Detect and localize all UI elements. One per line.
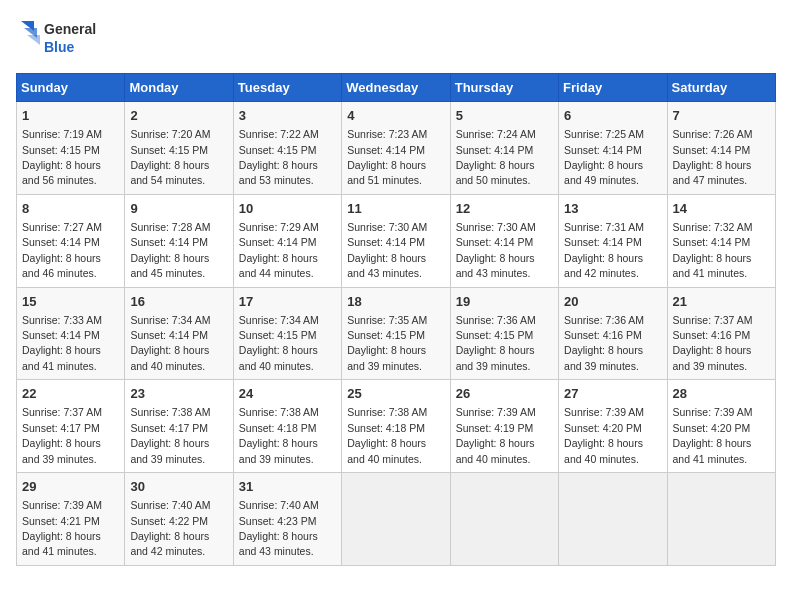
day-number: 8: [22, 200, 119, 218]
day-header-tuesday: Tuesday: [233, 74, 341, 102]
calendar-cell: 16Sunrise: 7:34 AMSunset: 4:14 PMDayligh…: [125, 287, 233, 380]
day-number: 31: [239, 478, 336, 496]
calendar-cell: 5Sunrise: 7:24 AMSunset: 4:14 PMDaylight…: [450, 102, 558, 195]
day-number: 16: [130, 293, 227, 311]
calendar-cell: 15Sunrise: 7:33 AMSunset: 4:14 PMDayligh…: [17, 287, 125, 380]
calendar-cell: 25Sunrise: 7:38 AMSunset: 4:18 PMDayligh…: [342, 380, 450, 473]
calendar-cell: 10Sunrise: 7:29 AMSunset: 4:14 PMDayligh…: [233, 194, 341, 287]
day-info: Sunrise: 7:37 AMSunset: 4:17 PMDaylight:…: [22, 406, 102, 464]
day-info: Sunrise: 7:36 AMSunset: 4:16 PMDaylight:…: [564, 314, 644, 372]
day-number: 19: [456, 293, 553, 311]
week-row-4: 22Sunrise: 7:37 AMSunset: 4:17 PMDayligh…: [17, 380, 776, 473]
day-info: Sunrise: 7:33 AMSunset: 4:14 PMDaylight:…: [22, 314, 102, 372]
calendar-cell: 29Sunrise: 7:39 AMSunset: 4:21 PMDayligh…: [17, 473, 125, 566]
calendar-cell: 22Sunrise: 7:37 AMSunset: 4:17 PMDayligh…: [17, 380, 125, 473]
day-number: 29: [22, 478, 119, 496]
day-number: 25: [347, 385, 444, 403]
svg-text:Blue: Blue: [44, 39, 75, 55]
day-info: Sunrise: 7:25 AMSunset: 4:14 PMDaylight:…: [564, 128, 644, 186]
calendar-cell: 8Sunrise: 7:27 AMSunset: 4:14 PMDaylight…: [17, 194, 125, 287]
page-header: General Blue: [16, 16, 776, 61]
day-number: 24: [239, 385, 336, 403]
calendar-cell: 19Sunrise: 7:36 AMSunset: 4:15 PMDayligh…: [450, 287, 558, 380]
week-row-3: 15Sunrise: 7:33 AMSunset: 4:14 PMDayligh…: [17, 287, 776, 380]
day-info: Sunrise: 7:30 AMSunset: 4:14 PMDaylight:…: [456, 221, 536, 279]
day-number: 11: [347, 200, 444, 218]
calendar-cell: 11Sunrise: 7:30 AMSunset: 4:14 PMDayligh…: [342, 194, 450, 287]
calendar-cell: 6Sunrise: 7:25 AMSunset: 4:14 PMDaylight…: [559, 102, 667, 195]
calendar-cell: 23Sunrise: 7:38 AMSunset: 4:17 PMDayligh…: [125, 380, 233, 473]
day-number: 1: [22, 107, 119, 125]
calendar-cell: 28Sunrise: 7:39 AMSunset: 4:20 PMDayligh…: [667, 380, 775, 473]
calendar-cell: 31Sunrise: 7:40 AMSunset: 4:23 PMDayligh…: [233, 473, 341, 566]
week-row-1: 1Sunrise: 7:19 AMSunset: 4:15 PMDaylight…: [17, 102, 776, 195]
day-info: Sunrise: 7:39 AMSunset: 4:21 PMDaylight:…: [22, 499, 102, 557]
day-number: 5: [456, 107, 553, 125]
day-number: 27: [564, 385, 661, 403]
day-number: 22: [22, 385, 119, 403]
calendar-cell: 12Sunrise: 7:30 AMSunset: 4:14 PMDayligh…: [450, 194, 558, 287]
calendar-cell: 1Sunrise: 7:19 AMSunset: 4:15 PMDaylight…: [17, 102, 125, 195]
day-info: Sunrise: 7:31 AMSunset: 4:14 PMDaylight:…: [564, 221, 644, 279]
calendar-cell: 2Sunrise: 7:20 AMSunset: 4:15 PMDaylight…: [125, 102, 233, 195]
day-info: Sunrise: 7:24 AMSunset: 4:14 PMDaylight:…: [456, 128, 536, 186]
day-number: 13: [564, 200, 661, 218]
calendar-cell: [342, 473, 450, 566]
day-number: 15: [22, 293, 119, 311]
day-number: 30: [130, 478, 227, 496]
day-number: 17: [239, 293, 336, 311]
day-info: Sunrise: 7:39 AMSunset: 4:20 PMDaylight:…: [564, 406, 644, 464]
day-number: 20: [564, 293, 661, 311]
calendar-cell: 18Sunrise: 7:35 AMSunset: 4:15 PMDayligh…: [342, 287, 450, 380]
day-number: 12: [456, 200, 553, 218]
day-number: 28: [673, 385, 770, 403]
day-number: 4: [347, 107, 444, 125]
calendar-cell: [559, 473, 667, 566]
svg-text:General: General: [44, 21, 96, 37]
day-info: Sunrise: 7:35 AMSunset: 4:15 PMDaylight:…: [347, 314, 427, 372]
day-number: 21: [673, 293, 770, 311]
day-number: 3: [239, 107, 336, 125]
day-info: Sunrise: 7:36 AMSunset: 4:15 PMDaylight:…: [456, 314, 536, 372]
day-info: Sunrise: 7:30 AMSunset: 4:14 PMDaylight:…: [347, 221, 427, 279]
day-header-thursday: Thursday: [450, 74, 558, 102]
day-number: 10: [239, 200, 336, 218]
calendar-table: SundayMondayTuesdayWednesdayThursdayFrid…: [16, 73, 776, 566]
day-info: Sunrise: 7:22 AMSunset: 4:15 PMDaylight:…: [239, 128, 319, 186]
calendar-cell: 26Sunrise: 7:39 AMSunset: 4:19 PMDayligh…: [450, 380, 558, 473]
calendar-cell: 17Sunrise: 7:34 AMSunset: 4:15 PMDayligh…: [233, 287, 341, 380]
day-header-sunday: Sunday: [17, 74, 125, 102]
day-info: Sunrise: 7:38 AMSunset: 4:18 PMDaylight:…: [347, 406, 427, 464]
calendar-cell: [450, 473, 558, 566]
day-header-friday: Friday: [559, 74, 667, 102]
day-header-wednesday: Wednesday: [342, 74, 450, 102]
day-info: Sunrise: 7:27 AMSunset: 4:14 PMDaylight:…: [22, 221, 102, 279]
day-number: 26: [456, 385, 553, 403]
day-info: Sunrise: 7:40 AMSunset: 4:22 PMDaylight:…: [130, 499, 210, 557]
day-info: Sunrise: 7:20 AMSunset: 4:15 PMDaylight:…: [130, 128, 210, 186]
logo-svg: General Blue: [16, 16, 106, 61]
calendar-header-row: SundayMondayTuesdayWednesdayThursdayFrid…: [17, 74, 776, 102]
day-info: Sunrise: 7:32 AMSunset: 4:14 PMDaylight:…: [673, 221, 753, 279]
calendar-cell: 7Sunrise: 7:26 AMSunset: 4:14 PMDaylight…: [667, 102, 775, 195]
calendar-cell: 9Sunrise: 7:28 AMSunset: 4:14 PMDaylight…: [125, 194, 233, 287]
day-info: Sunrise: 7:23 AMSunset: 4:14 PMDaylight:…: [347, 128, 427, 186]
day-info: Sunrise: 7:39 AMSunset: 4:20 PMDaylight:…: [673, 406, 753, 464]
calendar-cell: 13Sunrise: 7:31 AMSunset: 4:14 PMDayligh…: [559, 194, 667, 287]
day-number: 7: [673, 107, 770, 125]
day-number: 2: [130, 107, 227, 125]
calendar-cell: 30Sunrise: 7:40 AMSunset: 4:22 PMDayligh…: [125, 473, 233, 566]
week-row-2: 8Sunrise: 7:27 AMSunset: 4:14 PMDaylight…: [17, 194, 776, 287]
day-number: 23: [130, 385, 227, 403]
day-info: Sunrise: 7:26 AMSunset: 4:14 PMDaylight:…: [673, 128, 753, 186]
day-info: Sunrise: 7:34 AMSunset: 4:14 PMDaylight:…: [130, 314, 210, 372]
calendar-cell: 14Sunrise: 7:32 AMSunset: 4:14 PMDayligh…: [667, 194, 775, 287]
day-number: 6: [564, 107, 661, 125]
day-info: Sunrise: 7:40 AMSunset: 4:23 PMDaylight:…: [239, 499, 319, 557]
calendar-cell: 21Sunrise: 7:37 AMSunset: 4:16 PMDayligh…: [667, 287, 775, 380]
calendar-cell: [667, 473, 775, 566]
day-header-monday: Monday: [125, 74, 233, 102]
calendar-cell: 20Sunrise: 7:36 AMSunset: 4:16 PMDayligh…: [559, 287, 667, 380]
day-info: Sunrise: 7:34 AMSunset: 4:15 PMDaylight:…: [239, 314, 319, 372]
calendar-cell: 3Sunrise: 7:22 AMSunset: 4:15 PMDaylight…: [233, 102, 341, 195]
